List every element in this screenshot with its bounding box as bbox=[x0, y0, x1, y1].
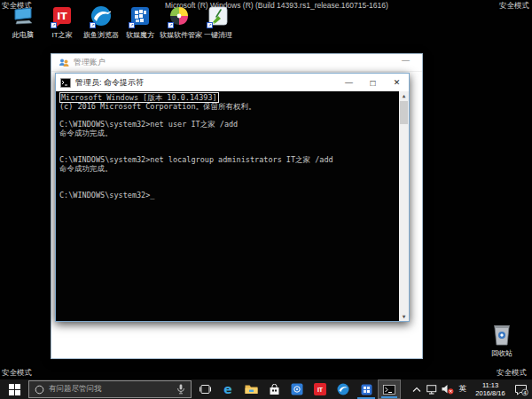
safe-mode-watermark-top-right: 安全模式 bbox=[499, 1, 529, 12]
console-line bbox=[59, 173, 396, 182]
shortcut-arrow-icon: ↗ bbox=[90, 22, 96, 28]
taskbar: 有问题尽管问我 e bbox=[0, 379, 532, 399]
network-status[interactable] bbox=[424, 379, 440, 399]
tray-expand-button[interactable] bbox=[410, 379, 424, 399]
desktop-icon-label: 软媒软件管家 bbox=[160, 31, 199, 39]
desktop-icon-yijian-qingli[interactable]: ↗ 一键清理 bbox=[199, 5, 238, 39]
manage-accounts-titlebar[interactable]: 管理账户 — bbox=[51, 54, 422, 72]
desktop-icon-this-pc[interactable]: 此电脑 bbox=[4, 5, 43, 39]
maximize-button[interactable]: □ bbox=[361, 74, 385, 91]
desktop-icon-row: 此电脑 IT ↗ IT之家 ↗ 旗鱼浏览器 bbox=[4, 5, 238, 39]
accounts-minimize-button[interactable]: — bbox=[402, 56, 410, 65]
console-scrollbar[interactable]: ▲ ▼ bbox=[399, 91, 409, 321]
console-line bbox=[59, 146, 396, 155]
store-icon bbox=[269, 384, 280, 395]
ruanmei-mofang-button[interactable] bbox=[355, 379, 378, 399]
console-output[interactable]: Microsoft Windows [版本 10.0.14393] (c) 20… bbox=[56, 91, 409, 321]
task-view-icon bbox=[200, 385, 211, 394]
safe-mode-watermark-bottom-left: 安全模式 bbox=[2, 368, 32, 379]
scroll-up-icon[interactable]: ▲ bbox=[399, 91, 409, 100]
store-button[interactable] bbox=[262, 379, 286, 399]
recycle-bin[interactable]: 回收站 bbox=[485, 323, 519, 357]
itzhijia-taskbar-icon: IT bbox=[314, 383, 326, 395]
cmd-taskbar-button[interactable] bbox=[378, 379, 401, 399]
ruanmei-mofang-icon: ↗ bbox=[129, 5, 152, 28]
desktop-icon-label: 此电脑 bbox=[4, 31, 43, 39]
svg-text:IT: IT bbox=[57, 11, 67, 22]
system-tray: 英 11:13 2016/8/16 4 bbox=[410, 379, 532, 399]
console-line bbox=[59, 182, 396, 191]
scroll-down-icon[interactable]: ▼ bbox=[399, 312, 409, 321]
itzhijia-icon: IT ↗ bbox=[51, 5, 74, 28]
yijian-qingli-icon: ↗ bbox=[207, 5, 230, 28]
cmd-window: 管理员: 命令提示符 — □ ✕ Microsoft Windows [版本 1… bbox=[55, 73, 410, 322]
ruanmei-app-button[interactable] bbox=[286, 379, 309, 399]
qiyu-browser-icon: ↗ bbox=[90, 5, 113, 28]
ruanmei-guanjia-icon: ↗ bbox=[168, 5, 191, 28]
cmd-icon bbox=[60, 78, 71, 88]
console-line: C:\WINDOWS\system32>net localgroup admin… bbox=[59, 155, 396, 164]
user-accounts-icon bbox=[59, 58, 69, 68]
shortcut-arrow-icon: ↗ bbox=[51, 22, 57, 28]
desktop-icon-label: IT之家 bbox=[43, 31, 82, 39]
shortcut-arrow-icon: ↗ bbox=[168, 22, 174, 28]
console-line bbox=[59, 137, 396, 146]
console-line: C:\WINDOWS\system32>net user IT之家 /add bbox=[59, 120, 396, 129]
itzhijia-button[interactable]: IT bbox=[309, 379, 332, 399]
qiyu-browser-button[interactable] bbox=[332, 379, 355, 399]
desktop-icon-ruanmei-mofang[interactable]: ↗ 软媒魔方 bbox=[121, 5, 160, 39]
minimize-button[interactable]: — bbox=[337, 74, 361, 91]
clock[interactable]: 11:13 2016/8/16 bbox=[470, 379, 511, 399]
language-indicator[interactable]: 英 bbox=[456, 379, 470, 399]
recycle-bin-label: 回收站 bbox=[485, 349, 519, 357]
microphone-icon[interactable] bbox=[176, 384, 185, 395]
console-line: Microsoft Windows [版本 10.0.14393] bbox=[59, 93, 396, 102]
edge-button[interactable]: e bbox=[216, 379, 239, 399]
close-button[interactable]: ✕ bbox=[385, 74, 409, 91]
shortcut-arrow-icon: ↗ bbox=[207, 22, 213, 28]
volume-status[interactable] bbox=[440, 379, 456, 399]
console-prompt-line: C:\WINDOWS\system32>_ bbox=[59, 191, 396, 200]
ruanmei-app-icon bbox=[291, 383, 303, 395]
cmd-window-title: 管理员: 命令提示符 bbox=[75, 77, 337, 89]
desktop-icon-label: 一键清理 bbox=[199, 31, 238, 39]
manage-accounts-title: 管理账户 bbox=[74, 57, 106, 68]
network-icon bbox=[426, 385, 438, 395]
start-button[interactable] bbox=[0, 379, 28, 399]
search-placeholder: 有问题尽管问我 bbox=[49, 384, 176, 395]
ruanmei-mofang-taskbar-icon bbox=[361, 384, 372, 395]
text-cursor: _ bbox=[150, 191, 154, 200]
desktop-icon-qiyu-browser[interactable]: ↗ 旗鱼浏览器 bbox=[82, 5, 121, 39]
svg-text:4: 4 bbox=[523, 389, 527, 395]
chevron-up-icon bbox=[412, 387, 421, 393]
console-line bbox=[59, 111, 396, 120]
action-center-icon: 4 bbox=[514, 383, 528, 396]
file-explorer-button[interactable] bbox=[239, 379, 262, 399]
console-line: 命令成功完成。 bbox=[59, 129, 396, 137]
desktop-icon-label: 旗鱼浏览器 bbox=[82, 31, 121, 39]
desktop-icon-ruanmei-guanjia[interactable]: ↗ 软媒软件管家 bbox=[160, 5, 199, 39]
cmd-titlebar[interactable]: 管理员: 命令提示符 — □ ✕ bbox=[56, 74, 409, 91]
qiyu-browser-taskbar-icon bbox=[337, 383, 349, 395]
cortana-circle-icon bbox=[35, 385, 44, 395]
desktop-icon-label: 软媒魔方 bbox=[121, 31, 160, 39]
file-explorer-icon bbox=[245, 384, 258, 395]
windows-logo-icon bbox=[9, 384, 20, 395]
desktop-icon-itzhijia[interactable]: IT ↗ IT之家 bbox=[43, 5, 82, 39]
speaker-muted-icon bbox=[442, 384, 454, 395]
clock-date: 2016/8/16 bbox=[470, 389, 511, 397]
scrollbar-thumb[interactable] bbox=[400, 101, 408, 124]
recycle-bin-icon bbox=[491, 323, 512, 347]
action-center-button[interactable]: 4 bbox=[511, 379, 532, 399]
running-indicator bbox=[381, 396, 397, 398]
this-pc-icon bbox=[12, 5, 35, 28]
edge-icon: e bbox=[223, 382, 232, 396]
cmd-taskbar-icon bbox=[383, 385, 395, 395]
task-view-button[interactable] bbox=[193, 379, 216, 399]
desktop: 安全模式 安全模式 安全模式 安全模式 Microsoft (R) Window… bbox=[0, 0, 532, 399]
clock-time: 11:13 bbox=[470, 381, 511, 389]
cortana-search-box[interactable]: 有问题尽管问我 bbox=[28, 380, 192, 398]
safe-mode-watermark-bottom-right: 安全模式 bbox=[497, 368, 527, 379]
console-line: (c) 2016 Microsoft Corporation。保留所有权利。 bbox=[59, 102, 396, 111]
shortcut-arrow-icon: ↗ bbox=[129, 22, 135, 28]
